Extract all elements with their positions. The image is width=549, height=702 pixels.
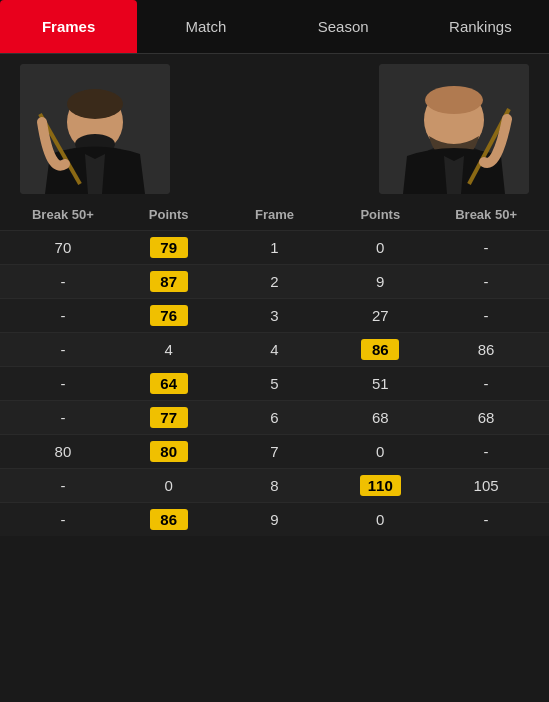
cell-points-left: 79 bbox=[116, 237, 222, 258]
player-left-photo bbox=[20, 64, 170, 194]
cell-break-right: 68 bbox=[433, 409, 539, 426]
cell-points-right: 86 bbox=[327, 339, 433, 360]
player-right-photo bbox=[379, 64, 529, 194]
cell-frame: 9 bbox=[222, 511, 328, 528]
header-points-left: Points bbox=[116, 207, 222, 222]
cell-frame: 2 bbox=[222, 273, 328, 290]
cell-break-right: - bbox=[433, 375, 539, 392]
players-row bbox=[0, 54, 549, 199]
header-break-left: Break 50+ bbox=[10, 207, 116, 222]
table-row: 707910- bbox=[0, 230, 549, 264]
cell-points-left: 4 bbox=[116, 341, 222, 358]
cell-break-left: 80 bbox=[10, 443, 116, 460]
cell-points-left: 76 bbox=[116, 305, 222, 326]
cell-break-right: 86 bbox=[433, 341, 539, 358]
cell-points-right: 0 bbox=[327, 443, 433, 460]
cell-frame: 5 bbox=[222, 375, 328, 392]
table-row: -7766868 bbox=[0, 400, 549, 434]
tab-match[interactable]: Match bbox=[137, 0, 274, 53]
tab-season[interactable]: Season bbox=[275, 0, 412, 53]
stats-body: 707910--8729--76327--448686-64551--77668… bbox=[0, 230, 549, 536]
cell-points-right: 0 bbox=[327, 239, 433, 256]
nav-tabs: Frames Match Season Rankings bbox=[0, 0, 549, 54]
cell-frame: 7 bbox=[222, 443, 328, 460]
cell-points-right: 0 bbox=[327, 511, 433, 528]
cell-points-left: 77 bbox=[116, 407, 222, 428]
tab-rankings[interactable]: Rankings bbox=[412, 0, 549, 53]
header-points-right: Points bbox=[327, 207, 433, 222]
cell-break-left: - bbox=[10, 477, 116, 494]
cell-points-left: 80 bbox=[116, 441, 222, 462]
cell-points-right: 68 bbox=[327, 409, 433, 426]
cell-break-right: - bbox=[433, 273, 539, 290]
stats-header: Break 50+ Points Frame Points Break 50+ bbox=[0, 199, 549, 230]
cell-points-right: 110 bbox=[327, 475, 433, 496]
cell-break-left: - bbox=[10, 307, 116, 324]
table-row: -8729- bbox=[0, 264, 549, 298]
table-row: -64551- bbox=[0, 366, 549, 400]
cell-break-left: - bbox=[10, 341, 116, 358]
cell-frame: 8 bbox=[222, 477, 328, 494]
cell-frame: 3 bbox=[222, 307, 328, 324]
svg-point-9 bbox=[425, 86, 483, 114]
header-break-right: Break 50+ bbox=[433, 207, 539, 222]
table-row: -08110105 bbox=[0, 468, 549, 502]
cell-break-right: 105 bbox=[433, 477, 539, 494]
cell-break-right: - bbox=[433, 443, 539, 460]
header-frame: Frame bbox=[222, 207, 328, 222]
table-row: -8690- bbox=[0, 502, 549, 536]
cell-points-right: 9 bbox=[327, 273, 433, 290]
cell-break-right: - bbox=[433, 307, 539, 324]
tab-frames[interactable]: Frames bbox=[0, 0, 137, 53]
cell-points-right: 27 bbox=[327, 307, 433, 324]
cell-frame: 6 bbox=[222, 409, 328, 426]
cell-break-right: - bbox=[433, 239, 539, 256]
cell-frame: 1 bbox=[222, 239, 328, 256]
cell-break-left: - bbox=[10, 273, 116, 290]
cell-break-left: 70 bbox=[10, 239, 116, 256]
cell-points-left: 86 bbox=[116, 509, 222, 530]
svg-point-3 bbox=[67, 89, 123, 119]
cell-points-left: 64 bbox=[116, 373, 222, 394]
cell-break-left: - bbox=[10, 375, 116, 392]
table-row: -76327- bbox=[0, 298, 549, 332]
cell-break-right: - bbox=[433, 511, 539, 528]
cell-points-right: 51 bbox=[327, 375, 433, 392]
table-row: 808070- bbox=[0, 434, 549, 468]
cell-break-left: - bbox=[10, 409, 116, 426]
table-row: -448686 bbox=[0, 332, 549, 366]
cell-break-left: - bbox=[10, 511, 116, 528]
cell-points-left: 87 bbox=[116, 271, 222, 292]
cell-frame: 4 bbox=[222, 341, 328, 358]
cell-points-left: 0 bbox=[116, 477, 222, 494]
